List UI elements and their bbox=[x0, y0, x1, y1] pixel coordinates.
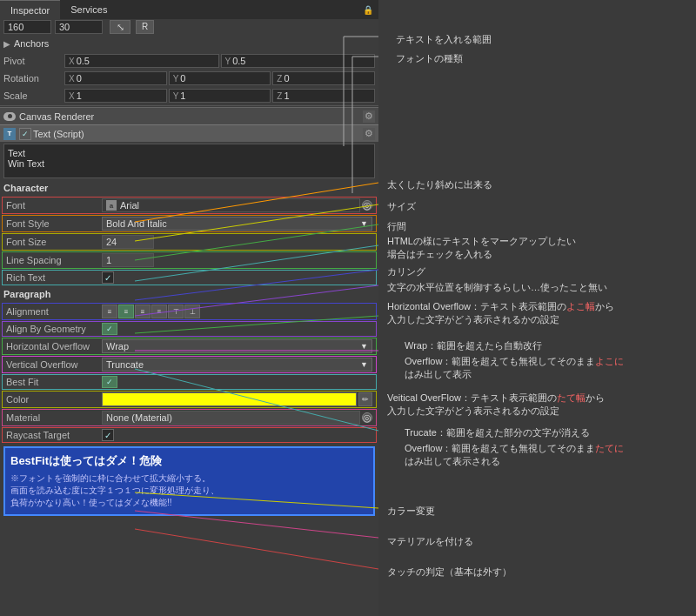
best-fit-label: Best Fit bbox=[6, 377, 102, 387]
anchors-label: Anchors bbox=[14, 38, 49, 49]
rotation-y[interactable]: Y0 bbox=[169, 71, 271, 85]
script-checkbox[interactable]: ✓ bbox=[19, 128, 31, 140]
annotation-line-spacing: 行間 bbox=[387, 220, 406, 233]
font-style-label: Font Style bbox=[6, 218, 102, 229]
annotation-truncate: Trucate：範囲を超えた部分の文字が消える bbox=[405, 426, 590, 439]
scale-y[interactable]: Y1 bbox=[169, 89, 271, 103]
align-left-btn[interactable]: ≡ bbox=[102, 305, 117, 318]
rich-text-checkbox[interactable]: ✓ bbox=[102, 271, 114, 284]
material-select-icon[interactable]: ◎ bbox=[362, 412, 372, 423]
pivot-x[interactable]: X0.5 bbox=[64, 54, 219, 68]
alignment-row: Alignment ≡ ≡ ≡ ≡ ⊤ ⊥ bbox=[2, 303, 377, 320]
align-geometry-checkbox[interactable]: ✓ bbox=[102, 323, 117, 335]
rich-text-label: Rich Text bbox=[6, 272, 102, 283]
font-size-value[interactable]: 24 bbox=[102, 235, 154, 249]
canvas-renderer-header: Canvas Renderer ⚙ bbox=[0, 107, 378, 124]
text-content-area[interactable]: Text Win Text bbox=[3, 144, 375, 178]
font-file-icon: a bbox=[106, 200, 117, 211]
align-top-btn[interactable]: ⊤ bbox=[168, 305, 184, 318]
v-overflow-label: Vertical Overflow bbox=[6, 359, 102, 370]
best-fit-row: Best Fit ✓ bbox=[2, 374, 377, 390]
rich-text-row: Rich Text ✓ bbox=[2, 270, 377, 285]
best-fit-checkbox[interactable]: ✓ bbox=[102, 376, 117, 388]
font-value[interactable]: a Arial bbox=[102, 198, 360, 212]
align-center-btn[interactable]: ≡ bbox=[118, 305, 134, 318]
font-size-label: Font Size bbox=[6, 237, 102, 247]
annotation-overflow-h: Overflow：範囲を超えても無視してそのままよこにはみ出して表示 bbox=[405, 355, 624, 382]
triangle-icon: ▶ bbox=[3, 39, 10, 49]
position-row: 160 30 ⤡ R bbox=[0, 19, 378, 35]
expand-icon[interactable]: ⤡ bbox=[110, 20, 130, 34]
annotation-size: サイズ bbox=[387, 200, 416, 213]
character-section-label: Character bbox=[0, 180, 378, 196]
canvas-renderer-label: Canvas Renderer bbox=[19, 111, 94, 122]
pos-y-field[interactable]: 30 bbox=[55, 20, 103, 34]
annotation-material: マテリアルを付ける bbox=[387, 535, 473, 548]
annotation-v-overflow: Veitical OverFlow：テキスト表示範囲のたて幅から 入力した文字が… bbox=[387, 392, 605, 418]
v-overflow-row: Vertical Overflow Truncate ▼ bbox=[2, 356, 377, 373]
alignment-buttons: ≡ ≡ ≡ ≡ ⊤ ⊥ bbox=[102, 305, 200, 318]
pivot-coords: X0.5 Y0.5 bbox=[64, 54, 375, 68]
warning-title: BestFitは使ってはダメ！危険 bbox=[10, 453, 368, 469]
scale-coords: X1 Y1 Z1 bbox=[64, 89, 375, 103]
anchors-row: ▶ Anchors bbox=[0, 35, 378, 52]
align-middle-btn[interactable]: ⊥ bbox=[184, 305, 200, 318]
font-style-row: Font Style Bold And Italic ▼ bbox=[2, 215, 377, 232]
line-spacing-value[interactable]: 1 bbox=[102, 253, 154, 267]
warning-line3: 負荷がかなり高い！使ってはダメな機能!! bbox=[10, 497, 368, 509]
pivot-row: Pivot X0.5 Y0.5 bbox=[0, 52, 378, 70]
tab-inspector[interactable]: Inspector bbox=[0, 0, 60, 19]
r-button[interactable]: R bbox=[136, 20, 154, 34]
annotation-rich-text: HTMLの様にテキストをマークアップしたい場合はチェックを入れる bbox=[387, 235, 576, 262]
warning-line2: 画面を読み込む度に文字１つ１つに変形処理が走り、 bbox=[10, 485, 368, 497]
color-edit-icon[interactable]: ✏ bbox=[358, 392, 372, 406]
alignment-label: Alignment bbox=[6, 306, 102, 317]
h-overflow-label: Horizontal Overflow bbox=[6, 341, 102, 352]
v-overflow-dropdown[interactable]: Truncate ▼ bbox=[102, 358, 372, 372]
text-script-label: Text (Script) bbox=[33, 129, 84, 139]
pivot-y[interactable]: Y0.5 bbox=[221, 54, 376, 68]
raycast-label: Raycast Target bbox=[6, 430, 102, 440]
font-style-dropdown[interactable]: Bold And Italic ▼ bbox=[102, 217, 372, 231]
raycast-checkbox[interactable]: ✓ bbox=[102, 429, 114, 441]
lock-icon[interactable]: 🔒 bbox=[363, 5, 378, 15]
paragraph-section-label: Paragraph bbox=[0, 286, 378, 302]
pos-x-field[interactable]: 160 bbox=[3, 20, 51, 34]
warning-box: BestFitは使ってはダメ！危険 ※フォントを強制的に枠に合わせて拡大縮小する… bbox=[3, 446, 375, 516]
tab-services[interactable]: Services bbox=[60, 0, 117, 19]
material-value[interactable]: None (Material) bbox=[102, 411, 360, 425]
material-row: Material None (Material) ◎ bbox=[2, 409, 377, 426]
rotation-z[interactable]: Z0 bbox=[272, 71, 375, 85]
script-icon: T bbox=[3, 128, 16, 140]
inspector-panel: Inspector Services 🔒 160 30 ⤡ R ▶ Anchor… bbox=[0, 0, 378, 616]
warning-line1: ※フォントを強制的に枠に合わせて拡大縮小する。 bbox=[10, 472, 368, 485]
align-justify-btn[interactable]: ≡ bbox=[151, 305, 167, 318]
color-row: Color ✏ bbox=[2, 391, 377, 408]
font-select-icon[interactable]: ◎ bbox=[362, 200, 372, 211]
annotation-h-overflow: Horizontal Overflow：テキスト表示範囲のよこ幅から 入力した文… bbox=[387, 300, 614, 327]
rotation-coords: X0 Y0 Z0 bbox=[64, 71, 375, 85]
scale-z[interactable]: Z1 bbox=[272, 89, 375, 103]
annotations-panel: テキストを入れる範囲 フォントの種類 太くしたり斜めに出来る サイズ 行間 HT… bbox=[378, 0, 696, 616]
raycast-row: Raycast Target ✓ bbox=[2, 427, 377, 443]
color-swatch[interactable] bbox=[102, 392, 357, 406]
h-overflow-dropdown[interactable]: Wrap ▼ bbox=[102, 339, 372, 353]
align-geometry-row: Align By Geometry ✓ bbox=[2, 321, 377, 337]
position-values: 160 30 ⤡ R bbox=[3, 20, 375, 34]
eye-icon[interactable] bbox=[3, 112, 16, 121]
h-overflow-row: Horizontal Overflow Wrap ▼ bbox=[2, 338, 377, 355]
pivot-label: Pivot bbox=[3, 56, 64, 66]
annotation-text-range: テキストを入れる範囲 bbox=[396, 33, 492, 46]
rotation-x[interactable]: X0 bbox=[64, 71, 167, 85]
canvas-settings-icon[interactable]: ⚙ bbox=[363, 110, 375, 123]
color-label: Color bbox=[6, 394, 102, 405]
text-settings-icon[interactable]: ⚙ bbox=[363, 128, 375, 140]
scale-x[interactable]: X1 bbox=[64, 89, 167, 103]
font-size-row: Font Size 24 bbox=[2, 233, 377, 251]
text-line2: Win Text bbox=[8, 158, 371, 169]
line-spacing-label: Line Spacing bbox=[6, 255, 102, 265]
align-right-btn[interactable]: ≡ bbox=[135, 305, 151, 318]
tab-bar: Inspector Services 🔒 bbox=[0, 0, 378, 19]
annotation-bold-italic: 太くしたり斜めに出来る bbox=[387, 178, 492, 191]
annotation-color: カラー変更 bbox=[387, 505, 435, 518]
